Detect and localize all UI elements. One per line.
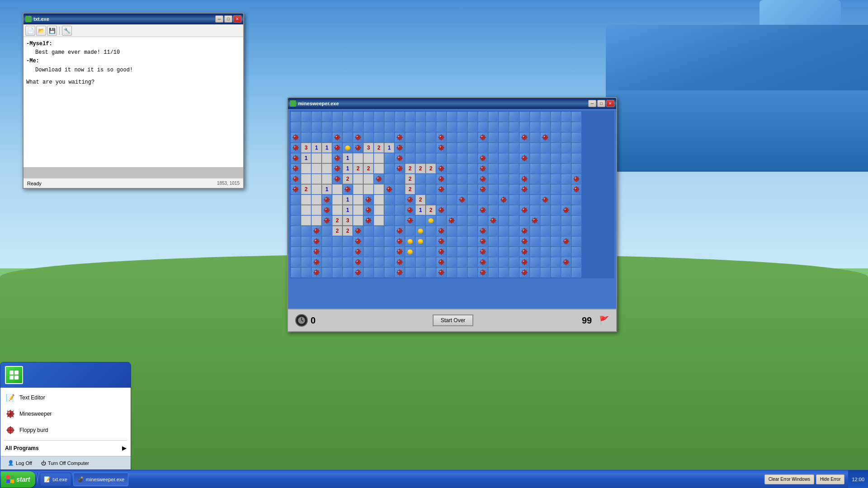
mine-cell[interactable]: [540, 153, 550, 163]
hide-error-button[interactable]: Hide Error: [816, 474, 845, 484]
mine-cell[interactable]: [561, 184, 571, 194]
mine-cell[interactable]: [488, 143, 498, 153]
mine-cell[interactable]: [405, 247, 415, 257]
mine-cell[interactable]: [395, 184, 405, 194]
mine-cell[interactable]: [561, 143, 571, 153]
mine-cell[interactable]: [395, 132, 405, 142]
mine-cell[interactable]: [405, 132, 415, 142]
mine-cell[interactable]: [343, 247, 353, 257]
mine-cell[interactable]: [311, 174, 321, 184]
mine-cell[interactable]: 1: [322, 184, 332, 194]
mine-cell[interactable]: 1: [343, 195, 353, 205]
mine-cell[interactable]: [551, 195, 561, 205]
mine-cell[interactable]: [447, 267, 457, 277]
mine-cell[interactable]: [488, 267, 498, 277]
mine-cell[interactable]: [363, 184, 373, 194]
mine-cell[interactable]: [499, 236, 509, 246]
mine-cell[interactable]: [457, 195, 467, 205]
mine-cell[interactable]: [363, 236, 373, 246]
mine-cell[interactable]: [374, 132, 384, 142]
mine-cell[interactable]: [540, 216, 550, 225]
mine-cell[interactable]: [478, 267, 488, 277]
mine-cell[interactable]: [311, 267, 321, 277]
mine-cell[interactable]: [530, 267, 540, 277]
mine-cell[interactable]: [519, 236, 529, 246]
mine-cell[interactable]: [540, 184, 550, 194]
mine-cell[interactable]: [363, 153, 373, 163]
mine-cell[interactable]: [311, 236, 321, 246]
mine-cell[interactable]: [488, 195, 498, 205]
mine-cell[interactable]: [499, 164, 509, 174]
mine-cell[interactable]: [436, 195, 446, 205]
mine-cell[interactable]: 2: [405, 174, 415, 184]
mine-cell[interactable]: [540, 226, 550, 236]
mine-cell[interactable]: [436, 122, 446, 132]
mine-cell[interactable]: [467, 132, 477, 142]
mine-cell[interactable]: 2: [343, 174, 353, 184]
mine-cell[interactable]: [551, 164, 561, 174]
mine-cell[interactable]: [374, 247, 384, 257]
mine-cell[interactable]: [571, 184, 581, 194]
mine-cell[interactable]: [551, 247, 561, 257]
mine-cell[interactable]: [499, 205, 509, 215]
mine-cell[interactable]: [322, 226, 332, 236]
mine-cell[interactable]: [353, 226, 363, 236]
mine-cell[interactable]: [457, 164, 467, 174]
mine-cell[interactable]: [426, 184, 436, 194]
mine-cell[interactable]: [374, 164, 384, 174]
mine-cell[interactable]: [530, 164, 540, 174]
mine-cell[interactable]: 3: [301, 143, 311, 153]
mine-cell[interactable]: [478, 143, 488, 153]
mine-cell[interactable]: [499, 257, 509, 267]
mine-cell[interactable]: [332, 174, 342, 184]
mine-cell[interactable]: [353, 216, 363, 225]
mine-cell[interactable]: [561, 112, 571, 122]
mine-cell[interactable]: [311, 195, 321, 205]
mine-cell[interactable]: [415, 143, 425, 153]
mine-cell[interactable]: [447, 174, 457, 184]
mine-cell[interactable]: [395, 143, 405, 153]
mine-cell[interactable]: [488, 132, 498, 142]
mine-cell[interactable]: [343, 112, 353, 122]
mine-cell[interactable]: [426, 143, 436, 153]
close-button[interactable]: ✕: [233, 15, 241, 23]
mine-cell[interactable]: [488, 112, 498, 122]
mine-cell[interactable]: [447, 122, 457, 132]
mine-cell[interactable]: [571, 164, 581, 174]
mine-cell[interactable]: [488, 247, 498, 257]
mine-cell[interactable]: [571, 174, 581, 184]
mine-cell[interactable]: [311, 216, 321, 225]
mine-cell[interactable]: [405, 153, 415, 163]
mine-cell[interactable]: [457, 205, 467, 215]
mine-cell[interactable]: [415, 236, 425, 246]
mine-cell[interactable]: [311, 122, 321, 132]
mine-cell[interactable]: [571, 247, 581, 257]
mine-cell[interactable]: [457, 174, 467, 184]
mine-cell[interactable]: [405, 216, 415, 225]
mine-cell[interactable]: [291, 164, 301, 174]
mine-cell[interactable]: [467, 205, 477, 215]
mine-cell[interactable]: [384, 112, 394, 122]
minimize-button[interactable]: ─: [215, 15, 223, 23]
mine-cell[interactable]: [363, 226, 373, 236]
mine-cell[interactable]: [530, 112, 540, 122]
mine-cell[interactable]: [551, 216, 561, 225]
mine-cell[interactable]: [488, 236, 498, 246]
mine-cell[interactable]: [447, 216, 457, 225]
mine-cell[interactable]: [509, 184, 519, 194]
mine-cell[interactable]: [415, 184, 425, 194]
mine-cell[interactable]: [551, 174, 561, 184]
mine-cell[interactable]: [291, 184, 301, 194]
mine-cell[interactable]: [436, 143, 446, 153]
mine-cell[interactable]: [436, 226, 446, 236]
mine-cell[interactable]: [395, 236, 405, 246]
mine-cell[interactable]: [322, 257, 332, 267]
mine-cell[interactable]: [540, 195, 550, 205]
mine-cell[interactable]: [343, 236, 353, 246]
start-button[interactable]: start: [1, 471, 35, 488]
mine-cell[interactable]: [488, 226, 498, 236]
mine-cell[interactable]: [509, 205, 519, 215]
mine-cell[interactable]: [467, 216, 477, 225]
save-file-button[interactable]: 💾: [47, 26, 57, 36]
mine-cell[interactable]: [499, 267, 509, 277]
